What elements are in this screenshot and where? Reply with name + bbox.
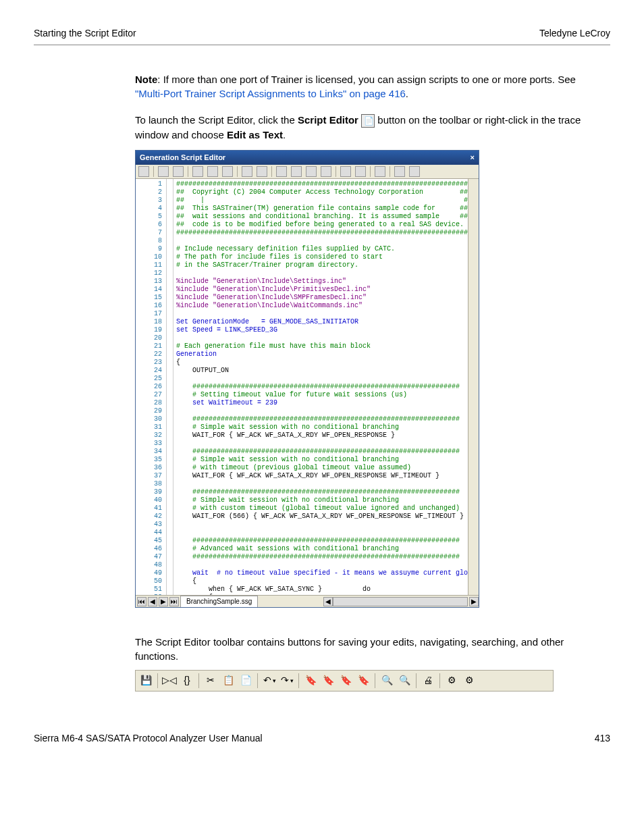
separator xyxy=(298,673,299,688)
find-next-icon[interactable]: 🔍 xyxy=(397,673,412,688)
fold-gutter xyxy=(167,179,173,595)
note-tail: . xyxy=(406,88,408,99)
find-next-icon[interactable] xyxy=(355,166,366,177)
redo-icon[interactable] xyxy=(257,166,267,177)
header-right: Teledyne LeCroy xyxy=(539,27,610,41)
editor-toolbar xyxy=(136,165,479,179)
find-icon[interactable] xyxy=(340,166,351,177)
para1-d: Edit as Text xyxy=(227,129,283,140)
file-tab[interactable]: BranchingSample.ssg xyxy=(180,596,258,607)
horizontal-scrollbar[interactable] xyxy=(333,597,468,606)
cut-icon[interactable] xyxy=(192,166,203,177)
separator xyxy=(390,166,390,177)
settings-icon[interactable]: ⚙ xyxy=(462,673,477,688)
hscroll-left-icon[interactable]: ◀ xyxy=(323,597,333,606)
bookmark-prev-icon[interactable]: 🔖 xyxy=(321,673,336,688)
undo-icon[interactable]: ↶ xyxy=(262,673,277,688)
separator xyxy=(257,673,258,688)
launch-paragraph: To launch the Script Editor, click the S… xyxy=(135,113,590,142)
copy-icon[interactable] xyxy=(207,166,218,177)
vertical-scrollbar[interactable] xyxy=(468,179,479,595)
separator xyxy=(271,166,272,177)
para1-b: Script Editor xyxy=(298,114,358,126)
hex-icon[interactable]: ⚙ xyxy=(444,673,459,688)
bookmark-clear-icon[interactable] xyxy=(321,166,331,177)
para1-a: To launch the Script Editor, click the xyxy=(135,114,298,126)
footer-left: Sierra M6-4 SAS/SATA Protocol Analyzer U… xyxy=(34,732,263,746)
tab-next-icon[interactable]: ▶ xyxy=(159,597,168,606)
separator xyxy=(439,673,440,688)
tab-prev-icon[interactable]: ◀ xyxy=(148,597,157,606)
tab-strip: ⏮ ◀ ▶ ⏭ BranchingSample.ssg ◀ ▶ xyxy=(136,595,479,607)
script-editor-icon xyxy=(361,114,375,128)
brackets-icon[interactable]: {} xyxy=(180,673,194,688)
para1-e: . xyxy=(283,129,286,140)
titlebar: Generation Script Editor × xyxy=(136,151,479,165)
print-icon[interactable]: 🖨 xyxy=(421,673,435,688)
bookmark-next-icon[interactable]: 🔖 xyxy=(338,673,353,688)
find-icon[interactable]: 🔍 xyxy=(379,673,394,688)
print-icon[interactable] xyxy=(375,166,385,177)
code-area[interactable]: 1 2 3 4 5 6 7 8 9 10 11 12 13 14 15 16 1… xyxy=(136,179,479,595)
play-icon[interactable] xyxy=(158,166,169,177)
save-icon[interactable]: 💾 xyxy=(138,673,153,688)
copy-icon[interactable]: 📋 xyxy=(221,673,236,688)
hscroll-right-icon[interactable]: ▶ xyxy=(469,597,479,606)
separator xyxy=(336,166,336,177)
separator xyxy=(198,673,199,688)
close-icon[interactable]: × xyxy=(471,153,475,163)
note-paragraph: Note: If more than one port of Trainer i… xyxy=(135,72,590,101)
separator xyxy=(157,673,158,688)
tab-first-icon[interactable]: ⏮ xyxy=(137,597,146,606)
note-text: : If more than one port of Trainer is li… xyxy=(157,74,575,85)
bookmark-clear-icon[interactable]: 🔖 xyxy=(356,673,371,688)
separator xyxy=(370,166,371,177)
code-text[interactable]: ########################################… xyxy=(173,179,468,595)
hex-icon[interactable] xyxy=(394,166,405,177)
cut-icon[interactable]: ✂ xyxy=(203,673,218,688)
bookmark-icon[interactable]: 🔖 xyxy=(303,673,318,688)
separator xyxy=(237,166,238,177)
separator xyxy=(188,166,188,177)
note-label: Note xyxy=(135,74,157,85)
tab-last-icon[interactable]: ⏭ xyxy=(169,597,179,606)
header-left: Starting the Script Editor xyxy=(34,27,136,41)
paste-icon[interactable]: 📄 xyxy=(238,673,253,688)
toolbar-image: 💾 ▷◁ {} ✂ 📋 📄 ↶ ↷ 🔖 🔖 🔖 🔖 🔍 🔍 🖨 ⚙ ⚙ xyxy=(135,670,554,692)
bookmark-prev-icon[interactable] xyxy=(291,166,302,177)
footer-right: 413 xyxy=(595,732,610,746)
note-link[interactable]: "Multi-Port Trainer Script Assignments t… xyxy=(135,88,406,99)
toolbar-paragraph: The Script Editor toolbar contains butto… xyxy=(135,635,590,663)
separator xyxy=(153,166,154,177)
play-icon[interactable]: ▷◁ xyxy=(162,673,177,688)
undo-icon[interactable] xyxy=(242,166,252,177)
line-gutter: 1 2 3 4 5 6 7 8 9 10 11 12 13 14 15 16 1… xyxy=(136,179,167,595)
save-icon[interactable] xyxy=(138,166,149,177)
window-title: Generation Script Editor xyxy=(140,153,225,163)
brackets-icon[interactable] xyxy=(173,166,184,177)
bookmark-next-icon[interactable] xyxy=(306,166,317,177)
settings-icon[interactable] xyxy=(409,166,420,177)
paste-icon[interactable] xyxy=(222,166,233,177)
bookmark-icon[interactable] xyxy=(276,166,287,177)
redo-icon[interactable]: ↷ xyxy=(279,673,294,688)
separator xyxy=(416,673,417,688)
separator xyxy=(375,673,375,688)
script-editor-window: Generation Script Editor × xyxy=(135,150,479,608)
